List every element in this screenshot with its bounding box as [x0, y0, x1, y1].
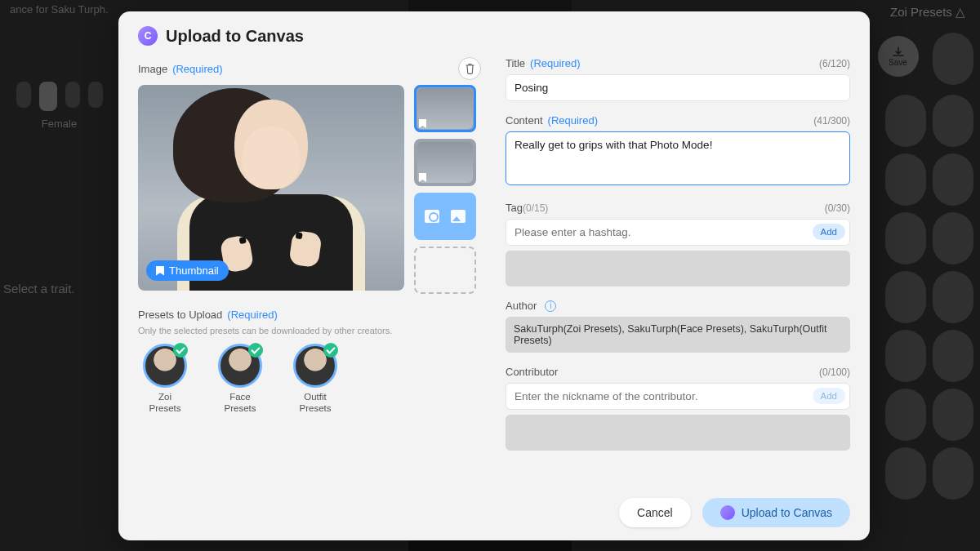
tag-label: Tag(0/15) (0/30): [506, 202, 850, 214]
upload-modal: C Upload to Canvas Image (Required) the …: [118, 11, 870, 540]
thumbnail-list: [414, 85, 476, 294]
presets-note: Only the selected presets can be downloa…: [138, 326, 481, 335]
check-icon: [173, 343, 188, 358]
thumb-add[interactable]: [414, 247, 476, 294]
image-icon: [451, 210, 466, 223]
upload-button[interactable]: Upload to Canvas: [702, 498, 850, 527]
tag-input[interactable]: [506, 219, 850, 246]
canvas-logo-icon: [720, 505, 735, 520]
modal-title: Upload to Canvas: [166, 27, 304, 46]
preset-zoi[interactable]: Zoi Presets: [138, 344, 192, 415]
modal-footer: Cancel Upload to Canvas: [138, 490, 850, 527]
content-label: Content (Required) (41/300): [506, 114, 850, 127]
contributor-add-button[interactable]: Add: [813, 388, 845, 404]
content-textarea[interactable]: Really get to grips with that Photo Mode…: [506, 131, 850, 185]
image-preview: the h Thumbnail: [138, 85, 404, 291]
canvas-logo-icon: C: [138, 26, 158, 46]
thumb-tools[interactable]: [414, 193, 476, 240]
info-icon: i: [545, 300, 556, 312]
delete-image-button[interactable]: [458, 57, 481, 80]
tag-chips: [506, 251, 850, 287]
image-section-label: Image (Required): [138, 57, 481, 80]
title-label: Title (Required) (6/120): [506, 57, 850, 69]
preset-outfit[interactable]: Outfit Presets: [288, 344, 342, 415]
tag-add-button[interactable]: Add: [813, 224, 845, 240]
bookmark-icon: [156, 266, 164, 276]
author-label: Author i: [506, 300, 850, 312]
camera-icon: [425, 210, 439, 223]
title-input[interactable]: [506, 74, 850, 101]
contributor-input[interactable]: [506, 383, 850, 410]
thumb-2[interactable]: [414, 139, 476, 186]
contributor-label: Contributor (0/100): [506, 366, 850, 378]
thumb-1[interactable]: [414, 85, 476, 132]
preset-face[interactable]: Face Presets: [213, 344, 267, 415]
presets-section-label: Presets to Upload (Required): [138, 309, 481, 321]
modal-header: C Upload to Canvas: [138, 26, 850, 46]
contributor-chips: [506, 415, 850, 451]
thumbnail-button[interactable]: Thumbnail: [146, 260, 229, 281]
check-icon: [323, 343, 338, 358]
check-icon: [248, 343, 263, 358]
presets-row: Zoi Presets Face Presets Outfit Presets: [138, 344, 481, 415]
cancel-button[interactable]: Cancel: [619, 498, 691, 527]
author-value: SakuTurph(Zoi Presets), SakuTurph(Face P…: [506, 317, 850, 353]
